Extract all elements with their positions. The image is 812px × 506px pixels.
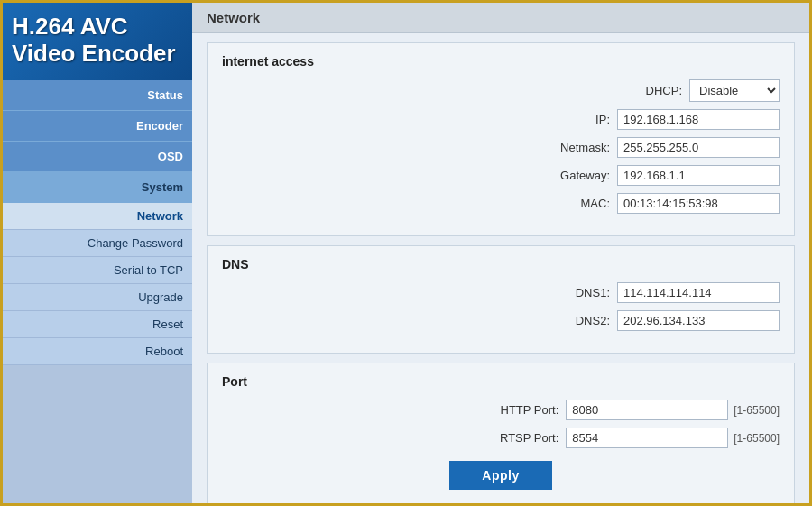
ip-input[interactable] bbox=[617, 109, 780, 130]
dns2-label: DNS2: bbox=[529, 314, 610, 327]
dns2-row: DNS2: bbox=[222, 310, 780, 331]
mac-row: MAC: bbox=[222, 193, 780, 214]
gateway-label: Gateway: bbox=[529, 169, 610, 182]
port-section: Port HTTP Port: [1-65500] RTSP Port: [1-… bbox=[207, 363, 795, 505]
dhcp-select[interactable]: Disable Enable bbox=[689, 79, 780, 102]
page-title: Network bbox=[192, 3, 809, 33]
dhcp-label: DHCP: bbox=[601, 84, 682, 97]
sidebar: H.264 AVC Video Encoder Status Encoder O… bbox=[3, 3, 192, 506]
rtsp-port-input[interactable] bbox=[566, 428, 728, 448]
nav-osd[interactable]: OSD bbox=[3, 142, 192, 172]
nav-system[interactable]: System bbox=[3, 172, 192, 203]
http-port-label: HTTP Port: bbox=[477, 403, 558, 417]
main-content: Network internet access DHCP: Disable En… bbox=[192, 3, 809, 506]
sidebar-item-reboot[interactable]: Reboot bbox=[3, 338, 192, 365]
dns1-row: DNS1: bbox=[222, 282, 780, 303]
internet-access-title: internet access bbox=[222, 54, 780, 69]
mac-label: MAC: bbox=[529, 197, 610, 210]
dns2-input[interactable] bbox=[617, 310, 780, 331]
nav-status[interactable]: Status bbox=[3, 80, 192, 111]
http-port-input[interactable] bbox=[566, 400, 728, 420]
netmask-label: Netmask: bbox=[529, 141, 610, 154]
dns-title: DNS bbox=[222, 257, 780, 271]
netmask-row: Netmask: bbox=[222, 137, 780, 158]
dns-section: DNS DNS1: DNS2: bbox=[207, 245, 795, 354]
nav-encoder[interactable]: Encoder bbox=[3, 111, 192, 142]
internet-access-section: internet access DHCP: Disable Enable IP:… bbox=[207, 42, 795, 236]
http-range-label: [1-65500] bbox=[734, 404, 780, 417]
sidebar-item-change-password[interactable]: Change Password bbox=[3, 230, 192, 257]
dns1-input[interactable] bbox=[617, 282, 780, 303]
ip-row: IP: bbox=[222, 109, 780, 130]
mac-input[interactable] bbox=[617, 193, 780, 214]
gateway-input[interactable] bbox=[617, 165, 780, 186]
logo: H.264 AVC Video Encoder bbox=[3, 3, 192, 80]
apply-row: Apply bbox=[222, 461, 780, 490]
netmask-input[interactable] bbox=[617, 137, 780, 158]
rtsp-range-label: [1-65500] bbox=[734, 432, 780, 445]
rtsp-port-row: RTSP Port: [1-65500] bbox=[222, 428, 780, 448]
apply-button[interactable]: Apply bbox=[449, 461, 551, 490]
http-port-row: HTTP Port: [1-65500] bbox=[222, 400, 780, 420]
sidebar-item-network[interactable]: Network bbox=[3, 203, 192, 230]
rtsp-port-label: RTSP Port: bbox=[477, 431, 558, 445]
gateway-row: Gateway: bbox=[222, 165, 780, 186]
dhcp-row: DHCP: Disable Enable bbox=[222, 79, 780, 102]
sidebar-item-upgrade[interactable]: Upgrade bbox=[3, 284, 192, 311]
dns1-label: DNS1: bbox=[529, 286, 610, 299]
ip-label: IP: bbox=[529, 113, 610, 126]
port-title: Port bbox=[222, 374, 780, 389]
sidebar-item-serial-to-tcp[interactable]: Serial to TCP bbox=[3, 257, 192, 284]
logo-text: H.264 AVC Video Encoder bbox=[12, 14, 176, 68]
content-area: internet access DHCP: Disable Enable IP:… bbox=[192, 33, 809, 506]
sidebar-item-reset[interactable]: Reset bbox=[3, 311, 192, 338]
